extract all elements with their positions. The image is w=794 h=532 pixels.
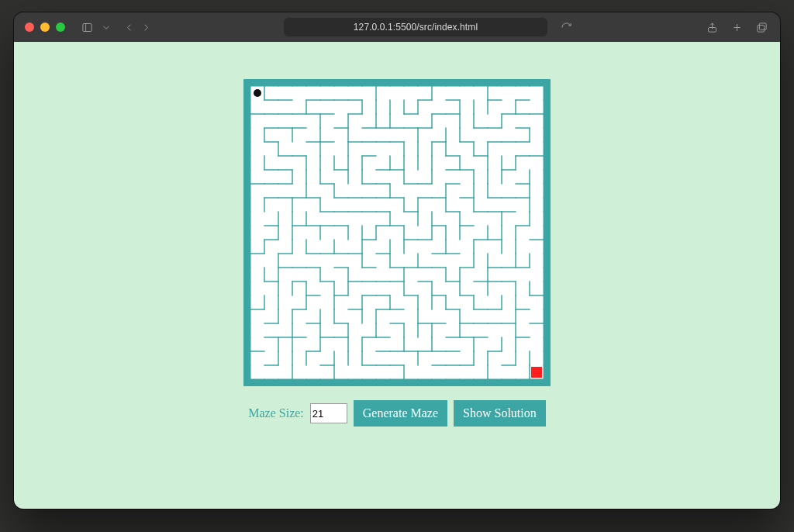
url-text: 127.0.0.1:5500/src/index.html — [354, 22, 478, 33]
minimize-icon[interactable] — [40, 22, 50, 32]
maze-canvas[interactable] — [250, 86, 544, 379]
svg-rect-5 — [759, 22, 766, 29]
page-content: Maze Size: Generate Maze Show Solution — [14, 42, 780, 509]
size-label: Maze Size: — [248, 406, 304, 420]
reload-icon[interactable] — [558, 19, 574, 35]
solution-button[interactable]: Show Solution — [454, 400, 546, 427]
forward-icon[interactable] — [138, 19, 154, 35]
titlebar: 127.0.0.1:5500/src/index.html — [14, 12, 780, 42]
size-input[interactable] — [310, 403, 347, 423]
zoom-icon[interactable] — [56, 22, 65, 32]
maze-frame — [243, 79, 551, 386]
sidebar-icon[interactable] — [79, 19, 95, 35]
generate-button[interactable]: Generate Maze — [354, 400, 447, 427]
new-tab-icon[interactable] — [729, 19, 744, 35]
controls-row: Maze Size: Generate Maze Show Solution — [248, 400, 545, 427]
svg-rect-6 — [757, 25, 764, 32]
chevron-down-icon[interactable] — [101, 19, 112, 35]
svg-rect-0 — [82, 23, 91, 31]
tabs-icon[interactable] — [754, 19, 769, 35]
url-field[interactable]: 127.0.0.1:5500/src/index.html — [284, 18, 547, 36]
window-controls — [25, 22, 65, 32]
back-icon[interactable] — [121, 19, 136, 35]
close-icon[interactable] — [25, 22, 34, 32]
share-icon[interactable] — [704, 19, 720, 35]
browser-window: 127.0.0.1:5500/src/index.html Maze Size: — [14, 12, 780, 509]
